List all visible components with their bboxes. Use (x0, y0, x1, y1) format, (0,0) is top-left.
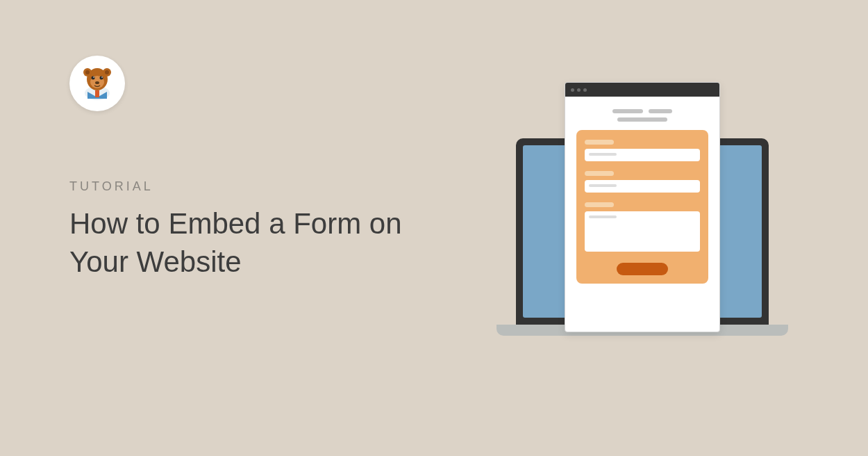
window-dot-icon (571, 88, 574, 92)
category-label: TUTORIAL (69, 179, 431, 194)
svg-point-11 (101, 76, 103, 78)
svg-point-7 (105, 70, 109, 74)
window-dot-icon (583, 88, 587, 92)
browser-content (565, 97, 719, 293)
page-title: How to Embed a Form on Your Website (69, 205, 431, 281)
bear-mascot-icon (78, 64, 117, 103)
form-textarea-placeholder (585, 211, 700, 252)
browser-titlebar (565, 83, 719, 97)
svg-point-6 (85, 70, 90, 74)
form-input-placeholder (585, 180, 700, 193)
embedded-form-card (576, 130, 708, 284)
text-placeholder (649, 109, 672, 113)
input-text-placeholder (589, 153, 617, 156)
text-placeholder (617, 117, 667, 122)
svg-point-9 (100, 76, 103, 80)
svg-point-12 (95, 81, 99, 84)
form-input-placeholder (585, 149, 700, 161)
window-dot-icon (577, 88, 581, 92)
svg-point-8 (92, 76, 95, 80)
input-text-placeholder (589, 184, 617, 187)
form-field-label-placeholder (585, 140, 614, 145)
form-field-label-placeholder (585, 202, 614, 207)
input-text-placeholder (589, 215, 617, 218)
form-field-label-placeholder (585, 171, 614, 176)
form-submit-button-placeholder (617, 263, 668, 275)
hero-text-block: TUTORIAL How to Embed a Form on Your Web… (69, 179, 431, 281)
text-placeholder (612, 109, 643, 113)
brand-logo-avatar (69, 56, 125, 111)
svg-point-10 (93, 76, 94, 78)
hero-illustration (496, 82, 788, 353)
browser-window (565, 82, 720, 332)
svg-rect-1 (95, 90, 99, 97)
